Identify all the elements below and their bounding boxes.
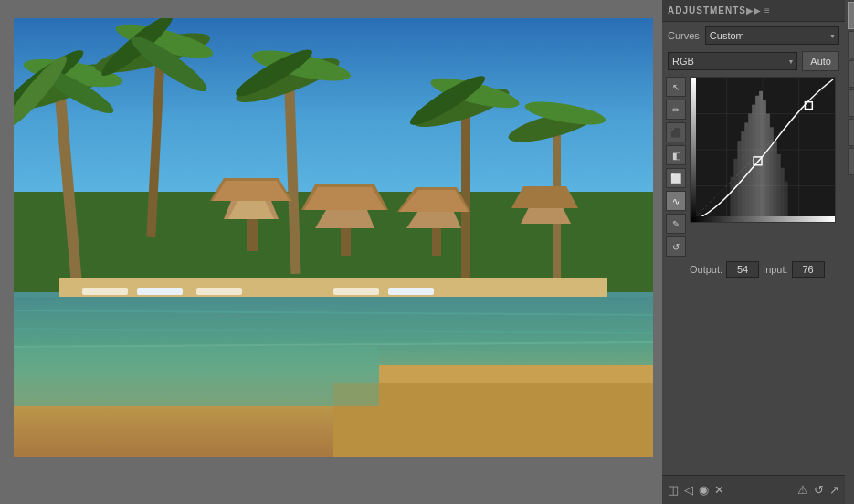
- svg-marker-29: [213, 181, 290, 201]
- svg-rect-71: [777, 154, 781, 222]
- input-value-input[interactable]: [792, 261, 825, 278]
- reset-icon[interactable]: ↺: [814, 483, 824, 497]
- svg-rect-67: [763, 100, 766, 222]
- svg-rect-19: [461, 110, 470, 283]
- history-panel-btn[interactable]: ⊟: [848, 148, 855, 175]
- visibility-toggle-icon[interactable]: ◉: [699, 483, 709, 497]
- svg-rect-68: [766, 114, 770, 223]
- panel-header: ADJUSTMENTS ▶▶ ≡: [662, 0, 845, 22]
- svg-rect-53: [333, 383, 653, 457]
- curves-graph[interactable]: [690, 77, 836, 223]
- right-toolbar: ◧ ▣ ⊕ ✥ ⊞ ⊟: [845, 0, 854, 504]
- adjustments-panel-btn[interactable]: ◧: [848, 2, 855, 29]
- svg-rect-62: [744, 122, 748, 222]
- svg-rect-44: [196, 288, 242, 295]
- expand-panels-icon[interactable]: ▶▶: [746, 5, 761, 16]
- panel-title: ADJUSTMENTS: [668, 5, 746, 16]
- app-window: ADJUSTMENTS ▶▶ ≡ Curves Custom: [0, 0, 854, 504]
- channel-dropdown-wrapper: RGB Red Green Blue: [668, 52, 797, 70]
- svg-rect-54: [14, 347, 379, 406]
- svg-rect-72: [781, 168, 785, 222]
- curves-label: Curves: [668, 30, 700, 41]
- trash-icon[interactable]: ✕: [714, 483, 724, 497]
- curve-smooth-btn[interactable]: ∿: [666, 191, 686, 211]
- svg-rect-65: [755, 96, 759, 222]
- pencil-tool-btn[interactable]: ✏: [666, 100, 686, 120]
- warning-icon: ⚠: [797, 483, 808, 497]
- photo-container: [14, 18, 653, 457]
- preset-dropdown-wrapper: Custom: [705, 26, 839, 45]
- svg-rect-69: [770, 127, 774, 222]
- output-value-input[interactable]: [726, 261, 759, 278]
- input-gradient-bar: [691, 216, 835, 222]
- panel-options-icon[interactable]: ≡: [764, 5, 770, 16]
- svg-rect-46: [388, 288, 434, 295]
- svg-rect-42: [82, 288, 128, 295]
- eyedropper-white-btn[interactable]: ⬜: [666, 168, 686, 188]
- panel-footer: ◫ ◁ ◉ ✕ ⚠ ↺ ↗: [662, 475, 845, 504]
- svg-rect-63: [748, 114, 752, 223]
- layers-panel-btn[interactable]: ⊞: [848, 119, 855, 146]
- curves-tools: ↖ ✏ ⬛ ◧ ⬜ ∿ ✎ ↺: [666, 77, 686, 257]
- curves-subheader: Curves Custom: [662, 22, 845, 49]
- input-label: Input:: [763, 264, 788, 275]
- curves-area: ↖ ✏ ⬛ ◧ ⬜ ∿ ✎ ↺: [662, 75, 845, 258]
- svg-rect-76: [733, 159, 737, 222]
- hand-panel-btn[interactable]: ✥: [848, 89, 855, 117]
- pointer-tool-btn[interactable]: ↖: [666, 77, 686, 97]
- svg-rect-38: [432, 228, 441, 256]
- canvas-area: [0, 0, 662, 504]
- io-values-row: Output: Input:: [662, 258, 845, 281]
- channel-row: RGB Red Green Blue Auto: [662, 49, 845, 75]
- eyedropper-gray-btn[interactable]: ◧: [666, 145, 686, 165]
- svg-rect-45: [333, 288, 379, 295]
- expand-icon[interactable]: ↗: [829, 483, 839, 497]
- svg-rect-30: [247, 219, 258, 251]
- panel-header-icons: ▶▶ ≡: [746, 5, 770, 16]
- svg-rect-34: [341, 228, 351, 256]
- reset-curve-btn[interactable]: ↺: [666, 236, 686, 257]
- main-content: ADJUSTMENTS ▶▶ ≡ Curves Custom: [0, 0, 845, 504]
- svg-rect-70: [774, 141, 777, 222]
- svg-marker-33: [304, 187, 385, 210]
- output-label: Output:: [690, 264, 722, 275]
- adjustments-panel: ADJUSTMENTS ▶▶ ≡ Curves Custom: [662, 0, 845, 504]
- output-gradient-bar: [691, 78, 696, 222]
- preset-dropdown[interactable]: Custom: [705, 26, 839, 45]
- photo-scene: [14, 18, 653, 457]
- sample-panel-btn[interactable]: ⊕: [848, 60, 855, 88]
- channel-dropdown[interactable]: RGB Red Green Blue: [668, 52, 797, 70]
- svg-rect-43: [137, 288, 183, 295]
- image-panel-btn[interactable]: ▣: [848, 31, 855, 58]
- clip-layer-icon[interactable]: ◫: [668, 483, 679, 497]
- auto-button[interactable]: Auto: [802, 51, 839, 71]
- previous-state-icon[interactable]: ◁: [684, 483, 693, 497]
- svg-rect-77: [730, 177, 733, 222]
- eyedropper-black-btn[interactable]: ⬛: [666, 122, 686, 142]
- pencil-draw-btn[interactable]: ✎: [666, 214, 686, 234]
